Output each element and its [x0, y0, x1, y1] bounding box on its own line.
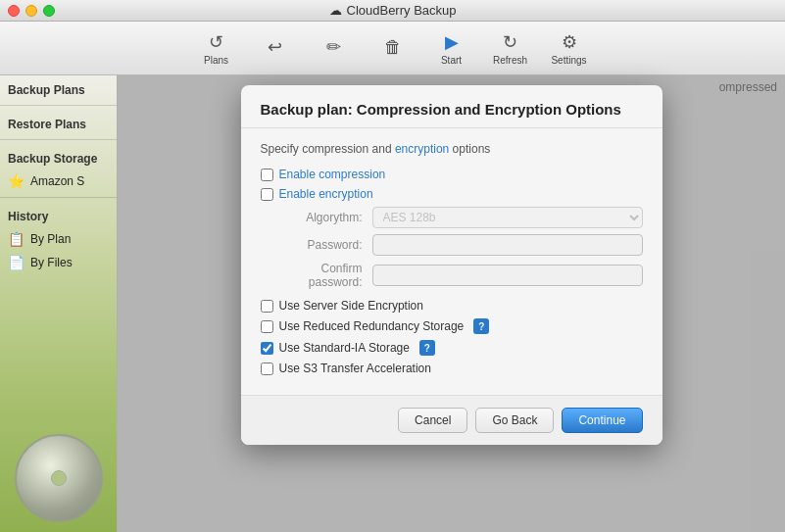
dialog-overlay: Backup plan: Compression and Encryption …: [118, 75, 785, 532]
go-back-button[interactable]: Go Back: [475, 408, 554, 433]
toolbar: ↺ Plans ↩ ✏ 🗑 ▶ Start ↻ Refresh ⚙ Settin…: [0, 22, 785, 75]
edit-icon: ✏: [326, 36, 341, 58]
confirm-password-label: Confirm password:: [265, 262, 372, 289]
dialog-title: Backup plan: Compression and Encryption …: [261, 101, 643, 118]
title-bar: ☁ CloudBerry Backup: [0, 0, 785, 22]
algorithm-row: Algorythm: AES 128b: [261, 207, 643, 228]
enable-compression-row: Enable compression: [261, 168, 643, 181]
confirm-password-row: Confirm password:: [261, 262, 643, 289]
refresh-label: Refresh: [493, 55, 527, 66]
app-title-text: CloudBerry Backup: [347, 3, 457, 18]
standard-ia-row: Use Standard-IA Storage ?: [261, 340, 643, 356]
app-title: ☁ CloudBerry Backup: [329, 3, 457, 18]
main-layout: Backup Plans Restore Plans Backup Storag…: [0, 75, 785, 532]
maximize-button[interactable]: [43, 5, 55, 17]
sidebar-section-backup-storage: Backup Storage: [0, 144, 117, 169]
window-controls: [8, 5, 55, 17]
enable-compression-checkbox[interactable]: [261, 169, 273, 181]
sidebar-decoration: [0, 375, 117, 532]
toolbar-settings-button[interactable]: ⚙ Settings: [542, 24, 597, 72]
sidebar-item-amazon[interactable]: ⭐ Amazon S: [0, 169, 117, 193]
enable-encryption-row: Enable encryption: [261, 187, 643, 201]
by-files-icon: 📄: [8, 255, 25, 270]
dialog-footer: Cancel Go Back Continue: [241, 395, 662, 445]
sidebar-section-backup-plans: Backup Plans: [0, 75, 117, 101]
cancel-button[interactable]: Cancel: [398, 408, 467, 433]
enable-encryption-label[interactable]: Enable encryption: [279, 187, 373, 201]
sidebar-section-history: History: [0, 202, 117, 227]
toolbar-edit-button[interactable]: ✏: [307, 24, 362, 72]
reduced-redundancy-help-icon[interactable]: ?: [473, 318, 489, 334]
toolbar-undo-button[interactable]: ↩: [248, 24, 303, 72]
server-side-row: Use Server Side Encryption: [261, 299, 643, 313]
password-row: Password:: [261, 234, 643, 256]
sidebar: Backup Plans Restore Plans Backup Storag…: [0, 75, 118, 532]
dialog-header: Backup plan: Compression and Encryption …: [241, 85, 662, 128]
toolbar-start-button[interactable]: ▶ Start: [424, 24, 479, 72]
plans-label: Plans: [204, 55, 228, 66]
enable-encryption-checkbox[interactable]: [261, 188, 273, 201]
right-area: ompressed Backup plan: Compression and E…: [118, 75, 785, 532]
algorithm-select[interactable]: AES 128b: [372, 207, 643, 228]
reduced-redundancy-checkbox[interactable]: [261, 320, 273, 333]
server-side-checkbox[interactable]: [261, 300, 273, 313]
minimize-button[interactable]: [25, 5, 37, 17]
refresh-icon: ↻: [503, 31, 517, 53]
standard-ia-checkbox[interactable]: [261, 342, 273, 355]
sidebar-item-amazon-label: Amazon S: [30, 174, 84, 188]
plans-icon: ↺: [209, 31, 223, 53]
confirm-password-input[interactable]: [372, 265, 643, 286]
delete-icon: 🗑: [384, 37, 402, 58]
undo-icon: ↩: [268, 36, 282, 58]
start-label: Start: [441, 55, 462, 66]
s3-transfer-label[interactable]: Use S3 Transfer Acceleration: [279, 362, 431, 375]
server-side-label[interactable]: Use Server Side Encryption: [279, 299, 423, 313]
toolbar-delete-button[interactable]: 🗑: [366, 24, 420, 72]
standard-ia-label[interactable]: Use Standard-IA Storage: [279, 341, 410, 355]
storage-section: Use Server Side Encryption Use Reduced R…: [261, 299, 643, 375]
dialog-subtitle: Specify compression and encryption optio…: [261, 142, 643, 156]
password-label: Password:: [265, 238, 372, 252]
standard-ia-help-icon[interactable]: ?: [419, 340, 435, 356]
encryption-link: encryption: [395, 142, 449, 156]
sidebar-divider-3: [0, 197, 117, 198]
toolbar-plans-button[interactable]: ↺ Plans: [189, 24, 244, 72]
algorithm-label: Algorythm:: [265, 211, 372, 224]
sidebar-item-by-files[interactable]: 📄 By Files: [0, 251, 117, 274]
settings-label: Settings: [551, 55, 586, 66]
start-icon: ▶: [445, 31, 459, 53]
sidebar-item-by-files-label: By Files: [30, 256, 73, 269]
toolbar-refresh-button[interactable]: ↻ Refresh: [483, 24, 538, 72]
enable-compression-label[interactable]: Enable compression: [279, 168, 386, 181]
sidebar-item-by-plan-label: By Plan: [30, 232, 71, 246]
continue-button[interactable]: Continue: [562, 408, 642, 433]
sidebar-item-by-plan[interactable]: 📋 By Plan: [0, 227, 117, 251]
sidebar-divider-1: [0, 105, 117, 106]
cd-hole: [51, 470, 67, 486]
close-button[interactable]: [8, 5, 20, 17]
settings-icon: ⚙: [562, 31, 577, 53]
cd-graphic: [15, 434, 103, 522]
app-title-icon: ☁: [329, 3, 342, 18]
dialog: Backup plan: Compression and Encryption …: [241, 85, 662, 445]
s3-transfer-row: Use S3 Transfer Acceleration: [261, 362, 643, 375]
sidebar-divider-2: [0, 139, 117, 140]
dialog-body: Specify compression and encryption optio…: [241, 128, 662, 395]
by-plan-icon: 📋: [8, 231, 25, 247]
amazon-icon: ⭐: [8, 173, 25, 189]
s3-transfer-checkbox[interactable]: [261, 363, 273, 375]
sidebar-section-restore-plans: Restore Plans: [0, 110, 117, 135]
reduced-redundancy-row: Use Reduced Redundancy Storage ?: [261, 318, 643, 334]
password-input[interactable]: [372, 234, 643, 256]
reduced-redundancy-label[interactable]: Use Reduced Redundancy Storage: [279, 319, 465, 333]
